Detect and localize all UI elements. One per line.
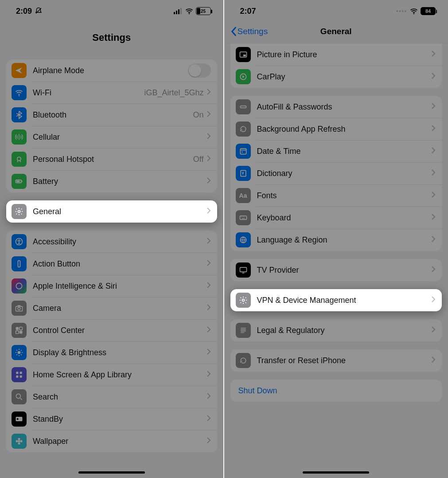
search-icon <box>12 389 27 404</box>
chevron-right-icon <box>431 72 436 81</box>
row-tv-provider[interactable]: TV Provider <box>230 259 442 281</box>
wifi-status-icon <box>410 8 418 15</box>
row-camera[interactable]: Camera <box>6 297 217 319</box>
row-control-center[interactable]: Control Center <box>6 319 217 341</box>
row-dictionary[interactable]: Dictionary <box>230 162 442 184</box>
row-label: TV Provider <box>257 266 432 275</box>
chevron-right-icon <box>206 133 211 141</box>
general-scroll[interactable]: Picture in PictureCarPlay AutoFill & Pas… <box>224 43 448 478</box>
wifi-icon <box>12 85 27 100</box>
row-wallpaper[interactable]: Wallpaper <box>6 430 217 452</box>
chevron-right-icon <box>431 213 436 222</box>
language-icon <box>236 232 251 247</box>
svg-point-21 <box>18 351 21 354</box>
row-home-screen-app-library[interactable]: Home Screen & App Library <box>6 364 217 386</box>
row-label: Dictionary <box>257 169 432 178</box>
row-vpn-highlight[interactable]: VPN & Device Management <box>230 289 442 311</box>
battery-indicator: 84 <box>421 7 436 15</box>
row-action-button[interactable]: Action Button <box>6 253 217 275</box>
row-background-app-refresh[interactable]: Background App Refresh <box>230 118 442 140</box>
row-label: Keyboard <box>257 213 432 223</box>
row-date-time[interactable]: Date & Time <box>230 140 442 162</box>
row-standby[interactable]: StandBy <box>6 408 217 430</box>
row-label: Accessibility <box>33 237 206 247</box>
svg-point-9 <box>18 211 20 213</box>
svg-point-29 <box>18 440 20 443</box>
refresh-icon <box>236 121 251 137</box>
row-value: iGB_Airtel_5Ghz <box>144 88 203 98</box>
chevron-right-icon <box>206 237 211 246</box>
row-wi-fi[interactable]: Wi-FiiGB_Airtel_5Ghz <box>6 82 217 104</box>
chevron-right-icon <box>431 125 436 133</box>
date-icon <box>236 144 251 159</box>
svg-point-39 <box>242 151 243 153</box>
chevron-right-icon <box>206 282 211 290</box>
svg-point-11 <box>19 239 20 241</box>
row-transfer-or-reset-iphone[interactable]: Transfer or Reset iPhone <box>230 349 442 372</box>
row-battery[interactable]: Battery <box>6 170 217 192</box>
svg-rect-24 <box>16 376 18 378</box>
airplane-icon <box>12 63 27 78</box>
back-button[interactable]: Settings <box>230 27 268 36</box>
status-time: 2:07 <box>240 7 256 16</box>
camera-icon <box>12 301 27 316</box>
row-fonts[interactable]: AaFonts <box>230 184 442 207</box>
row-label: Transfer or Reset iPhone <box>257 356 432 365</box>
cellular-icon <box>12 129 27 145</box>
chevron-right-icon <box>206 259 211 268</box>
row-cellular[interactable]: Cellular <box>6 126 217 148</box>
chevron-right-icon <box>431 356 436 365</box>
svg-rect-17 <box>16 327 19 330</box>
group-media: Picture in PictureCarPlay <box>230 43 442 88</box>
svg-rect-2 <box>178 9 179 14</box>
row-airplane-mode[interactable]: Airplane Mode <box>6 59 217 82</box>
svg-point-13 <box>16 283 22 289</box>
group-prefs: AutoFill & PasswordsBackground App Refre… <box>230 96 442 251</box>
cellular-bars-icon <box>174 8 183 15</box>
row-bluetooth[interactable]: BluetoothOn <box>6 104 217 126</box>
row-label: Search <box>33 392 206 402</box>
chevron-right-icon <box>431 326 436 335</box>
home-indicator[interactable] <box>303 471 369 474</box>
row-label: Camera <box>33 304 206 313</box>
row-carplay[interactable]: CarPlay <box>230 66 442 88</box>
row-autofill-passwords[interactable]: AutoFill & Passwords <box>230 96 442 118</box>
row-label: Background App Refresh <box>257 125 432 134</box>
chevron-right-icon <box>206 177 211 186</box>
row-apple-intelligence-siri[interactable]: Apple Intelligence & Siri <box>6 275 217 297</box>
back-label: Settings <box>238 27 268 36</box>
svg-rect-16 <box>18 305 21 306</box>
svg-rect-7 <box>22 180 23 182</box>
row-picture-in-picture[interactable]: Picture in Picture <box>230 43 442 66</box>
shutdown-label: Shut Down <box>238 386 436 396</box>
row-label: Apple Intelligence & Siri <box>33 282 206 291</box>
home-indicator[interactable] <box>78 471 145 474</box>
chevron-right-icon <box>431 235 436 244</box>
row-personal-hotspot[interactable]: Personal HotspotOff <box>6 148 217 170</box>
row-label: Bluetooth <box>33 110 193 120</box>
status-bar: 2:09 25 <box>0 0 223 20</box>
row-general-highlight[interactable]: General <box>6 200 217 223</box>
chevron-right-icon <box>206 155 211 164</box>
row-label: Legal & Regulatory <box>257 326 432 335</box>
svg-rect-23 <box>20 372 22 374</box>
chevron-right-icon <box>206 370 211 379</box>
row-legal-regulatory[interactable]: Legal & Regulatory <box>230 319 442 341</box>
row-shutdown[interactable]: Shut Down <box>230 380 442 402</box>
autofill-icon <box>236 99 251 114</box>
svg-rect-22 <box>16 372 18 374</box>
row-language-region[interactable]: Language & Region <box>230 229 442 251</box>
carplay-icon <box>236 69 251 84</box>
row-search[interactable]: Search <box>6 386 217 408</box>
toggle[interactable] <box>188 63 211 78</box>
status-bar: 2:07 •••• 84 <box>224 0 448 20</box>
chevron-right-icon <box>206 348 211 357</box>
row-display-brightness[interactable]: Display & Brightness <box>6 341 217 364</box>
page-title: Settings <box>0 20 223 51</box>
display-icon <box>12 345 27 360</box>
settings-scroll[interactable]: Airplane ModeWi-FiiGB_Airtel_5GhzBluetoo… <box>0 51 223 478</box>
row-keyboard[interactable]: Keyboard <box>230 207 442 229</box>
row-accessibility[interactable]: Accessibility <box>6 231 217 253</box>
svg-point-26 <box>16 394 20 398</box>
chevron-right-icon <box>431 50 436 59</box>
